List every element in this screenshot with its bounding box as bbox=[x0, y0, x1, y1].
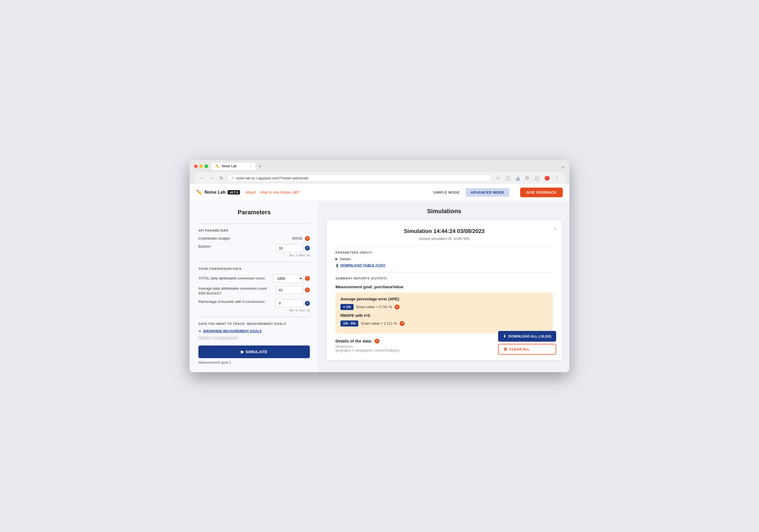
address-url: noise-lab.uc.r.appspot.com/?mode=advance… bbox=[236, 176, 308, 180]
details-data-help[interactable]: ? bbox=[375, 339, 380, 344]
pct-buckets-row: Percentage of buckets with 0 conversions… bbox=[198, 299, 310, 312]
browser-more-button[interactable]: ⌄ bbox=[561, 163, 565, 169]
pct-buckets-input[interactable] bbox=[276, 299, 303, 307]
api-params-label: API PARAMETERS bbox=[198, 229, 310, 232]
avg-daily-label: Average daily attributable conversion co… bbox=[198, 286, 273, 296]
params-input-label: PARAMETERS (INPUT) bbox=[336, 251, 553, 254]
epsilon-input[interactable] bbox=[276, 244, 303, 252]
sync-button[interactable]: ⬜ bbox=[533, 175, 541, 181]
avg-daily-input[interactable] bbox=[276, 286, 303, 294]
version-badge: v2.7.0 bbox=[227, 190, 240, 195]
refresh-button[interactable]: ↻ bbox=[218, 175, 224, 181]
contribution-budget-row: Contribution budget: 65536 ? bbox=[198, 236, 310, 241]
download-csv-icon: ⬇ bbox=[336, 263, 339, 268]
rmspe-row: 1% - 5% Exact value = 1.111 % ? bbox=[340, 321, 548, 326]
rmspe-exact-value: Exact value = 1.111 % bbox=[361, 321, 397, 325]
pct-buckets-help[interactable]: ? bbox=[305, 301, 310, 306]
advanced-mode-button[interactable]: ADVANCED MODE bbox=[466, 188, 509, 197]
parameters-title: Parameters bbox=[198, 209, 310, 216]
nav-actions: ☆ ⬜ 🔬 G ⬜ 🔴 ⋮ bbox=[495, 175, 561, 181]
left-panel: Parameters API PARAMETERS Contribution b… bbox=[190, 201, 319, 372]
details-text[interactable]: Details bbox=[340, 257, 351, 261]
blurred-section: Number of measurement bbox=[198, 336, 310, 340]
total-daily-row: TOTAL daily attributable conversion coun… bbox=[198, 274, 310, 283]
total-daily-label: TOTAL daily attributable conversion coun… bbox=[198, 276, 270, 281]
rmspe-help[interactable]: ? bbox=[400, 321, 405, 326]
new-tab-button[interactable]: + bbox=[257, 163, 263, 170]
download-all-button[interactable]: ⬇ DOWNLOAD ALL (.XLSX) bbox=[498, 331, 556, 342]
total-daily-select[interactable]: 1000 500 2000 bbox=[273, 274, 303, 283]
how-to-link[interactable]: How to use Noise Lab? bbox=[260, 190, 300, 195]
address-bar[interactable]: ⊙ noise-lab.uc.r.appspot.com/?mode=advan… bbox=[227, 174, 492, 182]
tab-bar: ✏️ Noise Lab × + bbox=[211, 163, 558, 170]
rmspe-badge: 1% - 5% bbox=[340, 321, 358, 326]
devtools-button[interactable]: 🔬 bbox=[514, 175, 522, 181]
avg-daily-row: Average daily attributable conversion co… bbox=[198, 286, 310, 296]
summary-reports-label: SUMMARY REPORTS (OUTPUT) bbox=[336, 277, 553, 280]
divider-3 bbox=[198, 317, 310, 317]
download-csv-link[interactable]: ⬇ DOWNLOAD TABLE (CSV) bbox=[336, 263, 553, 268]
action-buttons: ⬇ DOWNLOAD ALL (.XLSX) 🗑 CLEAR ALL bbox=[498, 331, 556, 355]
show-hide-link[interactable]: SHOW/HIDE MEASUREMENT GOALS bbox=[203, 329, 262, 333]
sim-divider-2 bbox=[336, 272, 553, 272]
app-logo: ✏️ Noise Lab v2.7.0 bbox=[196, 189, 240, 195]
logo-text: Noise Lab bbox=[205, 190, 225, 195]
simulate-button[interactable]: ▶ SIMULATE bbox=[198, 346, 310, 358]
give-feedback-button[interactable]: GIVE FEEDBACK bbox=[520, 188, 563, 197]
download-all-label: DOWNLOAD ALL (.XLSX) bbox=[508, 334, 551, 338]
extensions-button[interactable]: ⬜ bbox=[503, 175, 512, 181]
rmspe-label: RMSPE with t=5: bbox=[340, 313, 548, 318]
divider-1 bbox=[198, 224, 310, 224]
traffic-light-red[interactable] bbox=[194, 165, 198, 168]
forward-button[interactable]: → bbox=[208, 175, 216, 181]
app-header: ✏️ Noise Lab v2.7.0 About How to use Noi… bbox=[190, 184, 569, 201]
pct-buckets-hint: Min: 0, Max: 10 bbox=[289, 309, 310, 312]
ape-box: Average percentage error (APE): < 1% Exa… bbox=[336, 292, 553, 334]
conversion-data-label: YOUR CONVERSION DATA bbox=[198, 267, 310, 270]
clear-all-button[interactable]: 🗑 CLEAR ALL bbox=[498, 344, 556, 355]
simple-mode-button[interactable]: SIMPLE MODE bbox=[428, 188, 465, 197]
contribution-budget-help[interactable]: ? bbox=[305, 236, 310, 241]
sim-unique-id: Unique simulation ID: bc067445 bbox=[336, 237, 553, 241]
back-button[interactable]: ← bbox=[198, 175, 206, 181]
tab-icon: ✏️ bbox=[215, 164, 220, 168]
active-tab[interactable]: ✏️ Noise Lab × bbox=[211, 163, 256, 170]
epsilon-help[interactable]: ? bbox=[305, 246, 310, 250]
profile-button[interactable]: 🔴 bbox=[543, 175, 551, 181]
grammarly-button[interactable]: G bbox=[524, 175, 530, 181]
expand-button[interactable]: ⌄ bbox=[553, 225, 557, 231]
total-daily-help[interactable]: ? bbox=[305, 276, 310, 281]
epsilon-input-group: ? Min: 0, Max: 64 bbox=[276, 244, 310, 257]
header-nav: About How to use Noise Lab? bbox=[246, 190, 300, 195]
sim-title: Simulation 14:44:24 03/08/2023 bbox=[336, 228, 553, 234]
more-button[interactable]: ⋮ bbox=[553, 175, 561, 181]
right-panel: Simulations ⌄ Simulation 14:44:24 03/08/… bbox=[319, 201, 569, 372]
traffic-light-green[interactable] bbox=[205, 165, 208, 168]
simulation-card: ⌄ Simulation 14:44:24 03/08/2023 Unique … bbox=[327, 220, 562, 360]
contribution-budget-label: Contribution budget: bbox=[198, 236, 290, 241]
clear-all-label: CLEAR ALL bbox=[509, 347, 530, 351]
clear-all-icon: 🗑 bbox=[503, 347, 507, 351]
ape-help[interactable]: ? bbox=[395, 305, 400, 310]
browser-nav: ← → ↻ ⊙ noise-lab.uc.r.appspot.com/?mode… bbox=[194, 172, 565, 184]
browser-top: ✏️ Noise Lab × + ⌄ bbox=[194, 163, 565, 170]
epsilon-row: Epsilon: ? Min: 0, Max: 64 bbox=[198, 244, 310, 257]
ape-row: < 1% Exact value = 0.741 % ? bbox=[340, 304, 548, 310]
details-row: ▶ Details bbox=[336, 257, 553, 261]
tab-title: Noise Lab bbox=[222, 164, 237, 168]
show-hide-triangle: ▼ bbox=[198, 329, 201, 333]
mode-buttons: SIMPLE MODE ADVANCED MODE bbox=[428, 188, 509, 197]
ape-exact-value: Exact value = 0.741 % bbox=[356, 305, 392, 309]
traffic-lights bbox=[194, 165, 208, 168]
about-link[interactable]: About bbox=[246, 190, 256, 195]
download-all-icon: ⬇ bbox=[503, 334, 506, 338]
sim-divider-1 bbox=[336, 246, 553, 247]
simulations-title: Simulations bbox=[327, 208, 562, 215]
logo-icon: ✏️ bbox=[196, 189, 202, 195]
avg-daily-help[interactable]: ? bbox=[305, 287, 310, 292]
traffic-light-yellow[interactable] bbox=[199, 165, 203, 168]
app-body: Parameters API PARAMETERS Contribution b… bbox=[190, 201, 569, 372]
contribution-budget-value: 65536 bbox=[292, 236, 302, 241]
tab-close-button[interactable]: × bbox=[250, 165, 252, 168]
bookmark-button[interactable]: ☆ bbox=[495, 175, 501, 181]
